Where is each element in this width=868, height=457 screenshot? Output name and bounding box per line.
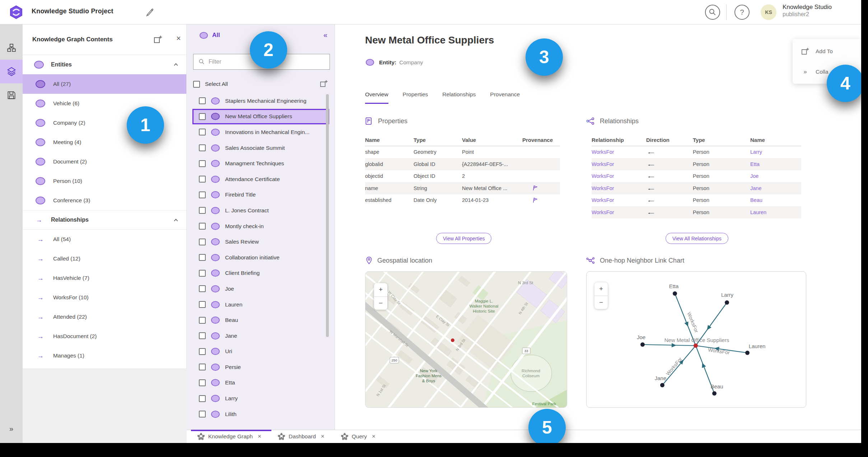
sidebar-relationship-item[interactable]: → Manages (1) (23, 346, 186, 365)
item-checkbox[interactable] (199, 379, 206, 386)
graph-item-row[interactable]: L. Jones Contract (187, 203, 335, 218)
rail-item-layers[interactable] (0, 60, 23, 83)
view-tab[interactable]: Knowledge Graph × (191, 430, 271, 443)
view-tab[interactable]: Dashboard × (271, 430, 335, 443)
item-checkbox[interactable] (199, 332, 206, 339)
graph-item-row[interactable]: Lauren (187, 297, 335, 313)
item-checkbox[interactable] (199, 239, 206, 245)
close-tab-icon[interactable]: × (258, 433, 261, 440)
item-checkbox[interactable] (199, 160, 206, 167)
graph-item-row[interactable]: Montly check-in (187, 218, 335, 234)
item-checkbox[interactable] (199, 207, 206, 214)
sidebar-relationship-item[interactable]: → Called (12) (23, 249, 186, 268)
related-entity-link[interactable]: Etta (750, 161, 801, 167)
item-checkbox[interactable] (199, 364, 206, 370)
graph-item-row[interactable]: Lilith (187, 406, 335, 422)
zoom-in-button[interactable]: + (374, 283, 387, 297)
item-checkbox[interactable] (199, 97, 206, 104)
add-to-button[interactable]: Add To (801, 47, 833, 55)
sidebar-entity-item[interactable]: Document (2) (23, 152, 186, 171)
sidebar-relationship-item[interactable]: → HasDocument (2) (23, 327, 186, 346)
sidebar-relationship-item[interactable]: → HasVehicle (7) (23, 268, 186, 288)
select-all-checkbox[interactable] (193, 81, 200, 88)
rail-item-save[interactable] (0, 83, 23, 107)
sidebar-relationship-item[interactable]: → All (54) (23, 230, 186, 249)
list-scrollbar-thumb[interactable] (326, 94, 329, 337)
close-tab-icon[interactable]: × (372, 433, 375, 440)
item-checkbox[interactable] (199, 411, 206, 417)
collapse-list-panel-button[interactable]: « (323, 31, 327, 39)
relationship-link[interactable]: WorksFor (592, 161, 646, 167)
graph-item-row[interactable]: Etta (187, 375, 335, 391)
add-to-new-icon[interactable] (320, 80, 328, 88)
graph-item-row[interactable]: Beau (187, 312, 335, 328)
item-checkbox[interactable] (199, 129, 206, 135)
expand-rail-button[interactable]: » (0, 425, 23, 433)
help-button[interactable]: ? (734, 5, 750, 20)
search-button[interactable] (705, 5, 720, 20)
zoom-out-button[interactable]: − (594, 296, 608, 309)
related-entity-link[interactable]: Joe (750, 173, 801, 179)
sidebar-entity-item[interactable]: Conference (3) (23, 191, 186, 210)
graph-item-row[interactable]: Sales Review (187, 234, 335, 250)
edit-title-icon[interactable] (145, 8, 154, 17)
zoom-in-button[interactable]: + (594, 282, 608, 296)
sidebar-entity-item[interactable]: Meeting (4) (23, 133, 186, 152)
sidebar-entity-item[interactable]: All (27) (23, 74, 186, 94)
map-canvas[interactable]: W Clay St E Clay St W Marshall St N 1st … (365, 271, 567, 408)
related-entity-link[interactable]: Jane (750, 185, 801, 191)
view-all-properties-button[interactable]: View All Properties (436, 233, 491, 244)
graph-item-row[interactable]: Persie (187, 359, 335, 375)
zoom-out-button[interactable]: − (374, 297, 387, 310)
graph-item-row[interactable]: Managment Techniques (187, 156, 335, 171)
sidebar-relationship-item[interactable]: → Attended (22) (23, 307, 186, 327)
entities-section-header[interactable]: Entities (23, 55, 186, 74)
sidebar-relationship-item[interactable]: → WorksFor (10) (23, 288, 186, 307)
provenance-flag-icon[interactable] (522, 197, 560, 203)
detail-tab[interactable]: Provenance (490, 91, 520, 104)
view-all-relationships-button[interactable]: View All Relationships (666, 233, 728, 244)
item-checkbox[interactable] (199, 395, 206, 402)
graph-item-row[interactable]: Larry (187, 391, 335, 406)
item-checkbox[interactable] (199, 191, 206, 198)
relationship-link[interactable]: WorksFor (592, 209, 646, 215)
graph-item-row[interactable]: Staplers Mechanical Engineering (187, 93, 335, 109)
provenance-flag-icon[interactable] (522, 185, 560, 191)
relationship-link[interactable]: WorksFor (592, 197, 646, 203)
view-tab[interactable]: Query × (335, 430, 386, 443)
graph-item-row[interactable]: Uri (187, 344, 335, 360)
graph-item-row[interactable]: New Metal Office Suppliers (192, 109, 329, 125)
graph-item-row[interactable]: Collaboration initiative (187, 250, 335, 266)
avatar[interactable]: KS (761, 4, 776, 20)
link-chart-canvas[interactable]: WorksFor WorksFor WorksFor Etta Larry J (586, 271, 806, 408)
item-checkbox[interactable] (199, 317, 206, 324)
graph-item-row[interactable]: Attendance Certificate (187, 171, 335, 187)
relationships-section-header[interactable]: → Relationships (23, 210, 186, 230)
close-tab-icon[interactable]: × (321, 433, 325, 440)
close-panel-button[interactable]: × (176, 34, 181, 43)
item-checkbox[interactable] (199, 144, 206, 151)
item-checkbox[interactable] (199, 270, 206, 277)
graph-item-row[interactable]: Sales Associate Summit (187, 140, 335, 156)
relationship-link[interactable]: WorksFor (592, 173, 646, 179)
user-menu[interactable]: Knowledge Studio publisher2 (783, 4, 860, 18)
graph-item-row[interactable]: Joe (187, 281, 335, 297)
related-entity-link[interactable]: Larry (750, 149, 801, 155)
graph-item-row[interactable]: Innovations in Mechanical Engin... (187, 124, 335, 140)
collapse-detail-button[interactable]: » Colla (801, 68, 828, 75)
item-checkbox[interactable] (199, 285, 206, 292)
relationship-link[interactable]: WorksFor (592, 185, 646, 191)
item-checkbox[interactable] (199, 113, 206, 120)
item-checkbox[interactable] (199, 254, 206, 261)
item-checkbox[interactable] (199, 348, 206, 355)
type-filter-all[interactable]: All (200, 32, 220, 39)
add-to-new-icon[interactable] (154, 35, 162, 44)
item-checkbox[interactable] (199, 301, 206, 308)
graph-item-row[interactable]: Firebird Title (187, 187, 335, 203)
related-entity-link[interactable]: Lauren (750, 209, 801, 215)
related-entity-link[interactable]: Beau (750, 197, 801, 203)
relationship-link[interactable]: WorksFor (592, 149, 646, 155)
detail-tab[interactable]: Overview (365, 91, 388, 104)
detail-tab[interactable]: Relationships (442, 91, 476, 104)
detail-tab[interactable]: Properties (403, 91, 428, 104)
